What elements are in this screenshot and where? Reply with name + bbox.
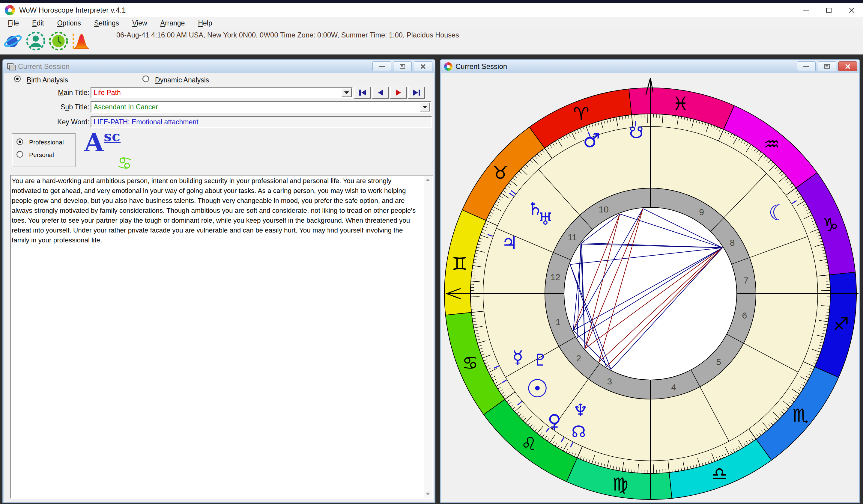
dynamic-analysis-radio[interactable] [142,76,149,82]
sub-title-label: Sub Title: [4,103,89,111]
first-icon [359,90,361,95]
planet-pluto-glyph: ♇ [533,351,548,370]
child-restore-button[interactable] [393,62,412,71]
child-minimize-button[interactable] [797,62,816,71]
session-window-icon [7,63,15,70]
interpretation-body: Birth Analysis Dynamic Analysis Main Tit… [4,73,434,502]
app-caption-controls [795,3,863,17]
menu-item-view[interactable]: View [126,18,153,28]
clock-icon[interactable] [49,31,68,51]
ascendant-glyph: Asc [84,128,121,157]
next-record-button[interactable] [390,87,407,99]
arrow-down-icon [426,493,430,495]
chart-window: Current Session 123456789101112☉☾☿♀♂♃♄♅♆… [440,59,860,503]
menu-item-edit[interactable]: Edit [25,18,51,28]
sign-libra-glyph: ♎ [712,463,728,484]
prev-icon [361,90,366,95]
professional-label: Professional [29,139,64,146]
sub-title-value: Ascendant In Cancer [93,103,158,111]
app-maximize-button[interactable] [817,3,840,17]
main-title-dropdown-button[interactable] [341,88,352,97]
last-record-button[interactable] [408,87,425,99]
sign-cancer-glyph: ♋ [462,352,478,373]
planet-neptune-glyph: ♆ [573,400,588,421]
interpretation-text-area[interactable]: You are a hard-working and ambitious per… [10,175,433,499]
svg-text:5: 5 [716,357,721,367]
scope-groupbox: Professional Personal [12,133,76,167]
menubar: FileEditOptionsSettingsViewArrangeHelp [0,17,863,29]
asc-superscript: sc [104,128,121,144]
last-icon [418,90,420,95]
aspect-circle [564,207,737,380]
biorhythm-curve-icon[interactable] [71,31,91,51]
scroll-down-button[interactable] [424,490,432,498]
svg-text:8: 8 [730,237,735,247]
sign-sagittarius-glyph: ♐ [833,313,849,334]
horoscope-wheel: 123456789101112☉☾☿♀♂♃♄♅♆♇☊☋♈♉♊♋♌♍♎♏♐♑♒♓ [441,73,859,502]
child-minimize-button[interactable] [373,62,391,71]
interpretation-window: Current Session Birth Analysis Dynamic A… [2,59,435,503]
close-icon [845,64,850,69]
arrow-up-icon [426,179,430,181]
chart-titlebar[interactable]: Current Session [440,60,859,73]
app-close-button[interactable] [840,3,863,17]
child-close-button[interactable] [838,62,857,71]
sign-pisces-glyph: ♓ [673,93,689,114]
menu-item-settings[interactable]: Settings [88,18,126,28]
main-title-combobox[interactable]: Life Path [90,87,353,98]
menu-item-arrange[interactable]: Arrange [154,18,192,28]
sign-leo-glyph: ♌ [521,433,537,454]
close-icon [421,64,426,69]
chevron-down-icon [423,106,427,108]
professional-radio[interactable] [16,139,23,145]
vertical-scrollbar[interactable] [424,176,432,498]
menu-item-options[interactable]: Options [51,18,88,28]
key-word-label: Key Word: [4,118,89,126]
planet-mars-glyph: ♂ [583,129,600,152]
key-word-value: LIFE-PATH: Emotional attachment [93,118,198,126]
chevron-down-icon [344,91,349,94]
sign-scorpio-glyph: ♏ [792,405,809,426]
child-restore-button[interactable] [818,62,836,71]
birth-analysis-radio[interactable] [14,76,21,82]
app-titlebar[interactable]: WoW Horoscope Interpreter v.4.1 [0,3,863,17]
dynamic-analysis-label: Dynamic Analysis [155,76,209,84]
planet-venus-glyph: ♀ [548,410,561,432]
close-icon [849,7,854,13]
svg-text:9: 9 [699,207,704,217]
planet-icon[interactable] [3,31,23,51]
cancer-sign-icon: ♋ [116,152,134,174]
interpretation-titlebar[interactable]: Current Session [3,60,435,73]
first-record-button[interactable] [354,87,371,99]
toolbar: 06-Aug-41 4:16:00 AM USA, New York 0N00,… [0,29,863,54]
child-close-button[interactable] [414,62,433,71]
minimize-icon [379,66,385,67]
app-icon [5,5,15,15]
sub-title-combobox[interactable]: Ascendant In Cancer [90,101,431,113]
svg-text:12: 12 [550,272,560,282]
planet-moon-glyph: ☾ [768,200,788,225]
sign-gemini-glyph: ♊ [452,253,468,274]
restore-icon [824,64,830,69]
sign-virgo-glyph: ♍ [612,474,628,495]
birth-analysis-label: Birth Analysis [27,76,68,84]
svg-text:7: 7 [744,275,749,285]
svg-text:2: 2 [576,353,581,363]
menu-item-file[interactable]: File [1,18,25,28]
scroll-up-button[interactable] [424,176,432,184]
svg-text:11: 11 [568,232,577,242]
app-minimize-button[interactable] [795,3,817,17]
interpretation-window-title: Current Session [18,62,70,71]
next-icon [413,90,418,95]
chart-window-title: Current Session [455,62,507,71]
sub-title-dropdown-button[interactable] [420,103,430,112]
personal-radio[interactable] [16,151,23,158]
previous-record-button[interactable] [372,87,389,99]
session-status-text: 06-Aug-41 4:16:00 AM USA, New York 0N00,… [116,31,459,39]
minimize-icon [803,66,809,67]
menu-item-help[interactable]: Help [191,18,218,28]
planet-jupiter-glyph: ♃ [501,232,517,253]
planet-south-node-glyph: ☋ [629,123,643,142]
person-icon[interactable] [26,31,46,51]
planet-sun-glyph: ☉ [526,374,548,403]
